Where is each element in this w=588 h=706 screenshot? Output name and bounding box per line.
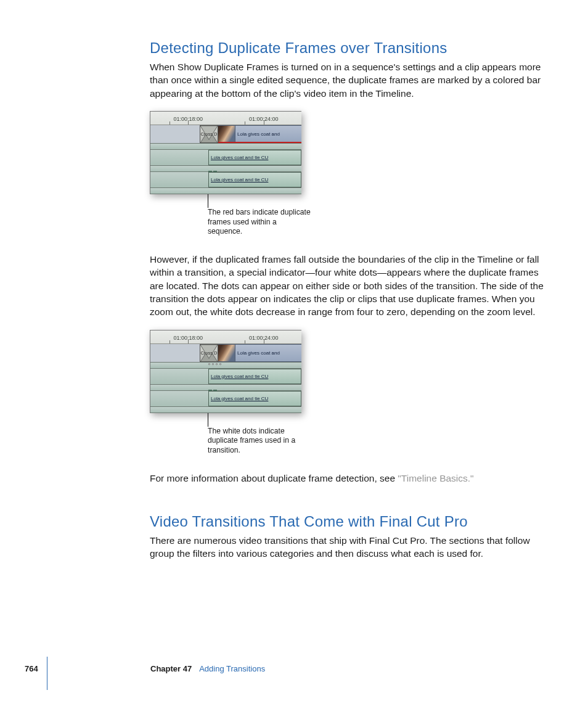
callout-leader-line: [208, 194, 266, 208]
track-gap: [150, 188, 301, 194]
figure-duplicate-white-dots: 01:00:18:00 01:00:24:00 Cross D Lola giv…: [150, 330, 550, 456]
figure-duplicate-red-bars: 01:00:18:00 01:00:24:00 Cross D Lola giv…: [150, 111, 550, 237]
timecode-a: 01:00:18:00: [150, 330, 226, 343]
track-gap: [150, 385, 301, 391]
video-clip: Lola gives coat and: [218, 125, 301, 143]
footer-rule: [47, 657, 47, 690]
page-number: 764: [25, 664, 38, 673]
timecode-b: 01:00:24:00: [226, 112, 302, 125]
xref-timeline-basics[interactable]: "Timeline Basics.": [398, 473, 473, 483]
track-gap: [150, 407, 301, 413]
track-gap: [150, 144, 301, 150]
chapter-title: Adding Transitions: [199, 664, 265, 673]
track-gap: [150, 166, 301, 172]
transition-clip: Cross D: [200, 344, 218, 362]
timecode-b: 01:00:24:00: [226, 330, 302, 343]
para-dup-1: When Show Duplicate Frames is turned on …: [150, 60, 550, 100]
audio-track-1: Lola gives coat and tie CU: [150, 369, 301, 385]
para-dup-2: However, if the duplicated frames fall o…: [150, 253, 550, 319]
video-track: Cross D Lola gives coat and: [150, 344, 301, 363]
clip-thumbnail: [218, 345, 235, 361]
duplicate-white-dots-icon: [208, 363, 221, 365]
section-heading-video-transitions: Video Transitions That Come with Final C…: [150, 513, 550, 530]
video-clip: Lola gives coat and: [218, 344, 301, 362]
para-dup-3: For more information about duplicate fra…: [150, 472, 550, 485]
timecode-a: 01:00:18:00: [150, 112, 226, 125]
callout-leader-line: [208, 413, 266, 427]
audio-clip: Lola gives coat and tie CU: [208, 369, 301, 384]
audio-clip: Lola gives coat and tie CU: [208, 172, 301, 187]
para-vtrans-1: There are numerous video transitions tha…: [150, 534, 550, 560]
track-gap: [150, 363, 301, 369]
audio-track-1: Lola gives coat and tie CU: [150, 150, 301, 166]
timeline-ruler: 01:00:18:00 01:00:24:00: [150, 330, 301, 344]
figure-caption: The red bars indicate duplicate frames u…: [208, 208, 312, 237]
section-heading-duplicate-frames: Detecting Duplicate Frames over Transiti…: [150, 39, 550, 57]
chapter-label: Chapter 47: [150, 664, 192, 673]
transition-clip: Cross D: [200, 125, 218, 143]
clip-thumbnail: [218, 126, 235, 142]
page-footer: 764 Chapter 47Adding Transitions: [0, 664, 588, 678]
audio-track-2: Lola gives coat and tie CU: [150, 172, 301, 188]
video-track: Cross D Lola gives coat and: [150, 125, 301, 144]
audio-track-2: Lola gives coat and tie CU: [150, 391, 301, 407]
audio-clip: Lola gives coat and tie CU: [208, 391, 301, 406]
audio-clip: Lola gives coat and tie CU: [208, 150, 301, 165]
timeline-ruler: 01:00:18:00 01:00:24:00: [150, 112, 301, 125]
figure-caption: The white dots indicate duplicate frames…: [208, 427, 312, 456]
